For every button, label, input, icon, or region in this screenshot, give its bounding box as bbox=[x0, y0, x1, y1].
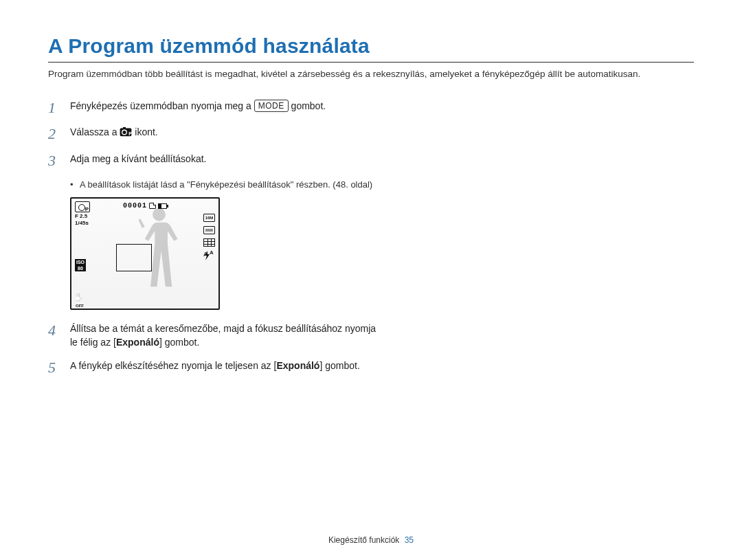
step-number: 4 bbox=[48, 322, 62, 339]
quality-icon bbox=[203, 226, 215, 234]
title-rule bbox=[48, 62, 694, 63]
step-2-post: ikont. bbox=[135, 126, 157, 137]
sd-card-icon bbox=[149, 203, 156, 209]
steps-column: 1 Fényképezés üzemmódban nyomja meg a MO… bbox=[48, 100, 385, 375]
step-text: Válassza a P ikont. bbox=[70, 126, 158, 139]
step-1: 1 Fényképezés üzemmódban nyomja meg a MO… bbox=[48, 100, 385, 116]
flash-auto-icon: A bbox=[203, 251, 215, 260]
step-3-subnote: A beállítások listáját lásd a "Fényképez… bbox=[70, 179, 385, 191]
svg-text:P: P bbox=[129, 131, 133, 136]
step-text: A fénykép elkészítéséhez nyomja le telje… bbox=[70, 359, 360, 373]
metering-icon bbox=[203, 238, 215, 247]
lcd-top-center: 00001 bbox=[123, 202, 167, 210]
step-5-post: ] gombot. bbox=[319, 360, 359, 371]
step-number: 5 bbox=[48, 359, 62, 376]
shutter-value: 1/45s bbox=[75, 221, 90, 226]
lcd-preview-wrap: F 2.5 1/45s 00001 ISO 80 OFF 16M bbox=[70, 197, 385, 310]
step-5-pre: A fénykép elkészítéséhez nyomja le telje… bbox=[70, 360, 276, 371]
page-title: A Program üzemmód használata bbox=[48, 34, 694, 58]
lcd-right-column: 16M A bbox=[203, 214, 215, 260]
step-number: 2 bbox=[48, 126, 62, 142]
mode-keycap: MODE bbox=[254, 100, 289, 112]
svg-rect-5 bbox=[205, 227, 213, 233]
lcd-top-left: F 2.5 1/45s bbox=[75, 201, 90, 226]
step-text: Fényképezés üzemmódban nyomja meg a MODE… bbox=[70, 100, 326, 113]
image-stab-icon: OFF bbox=[75, 295, 85, 304]
step-1-pre: Fényképezés üzemmódban nyomja meg a bbox=[70, 100, 254, 111]
program-mode-badge-icon bbox=[75, 201, 90, 212]
step-1-post: gombot. bbox=[289, 100, 326, 111]
svg-rect-4 bbox=[205, 227, 213, 233]
step-5-bold: Exponáló bbox=[276, 360, 319, 371]
step-4: 4 Állítsa be a témát a keresőmezőbe, maj… bbox=[48, 322, 385, 349]
stab-off-label: OFF bbox=[76, 304, 84, 308]
resolution-icon: 16M bbox=[203, 214, 215, 222]
step-number: 1 bbox=[48, 100, 62, 116]
step-4-bold: Exponáló bbox=[116, 337, 159, 348]
iso-label: ISO bbox=[75, 259, 86, 265]
iso-badge: ISO 80 bbox=[75, 259, 86, 271]
step-5: 5 A fénykép elkészítéséhez nyomja le tel… bbox=[48, 359, 385, 376]
step-2-pre: Válassza a bbox=[70, 126, 120, 137]
step-text: Adja meg a kívánt beállításokat. bbox=[70, 153, 206, 166]
step-text: Állítsa be a témát a keresőmezőbe, majd … bbox=[70, 322, 385, 349]
program-mode-icon: P bbox=[120, 127, 132, 137]
lcd-preview: F 2.5 1/45s 00001 ISO 80 OFF 16M bbox=[70, 197, 220, 310]
step-4-post: ] gombot. bbox=[159, 337, 199, 348]
step-3: 3 Adja meg a kívánt beállításokat. bbox=[48, 153, 385, 169]
step-2: 2 Válassza a P ikont. bbox=[48, 126, 385, 142]
hand-icon: OFF bbox=[75, 295, 85, 304]
intro-text: Program üzemmódban több beállítást is me… bbox=[48, 68, 694, 80]
page-footer: Kiegészítő funkciók 35 bbox=[0, 535, 742, 545]
battery-icon bbox=[158, 203, 167, 209]
aperture-value: F 2.5 bbox=[75, 214, 90, 219]
iso-value: 80 bbox=[75, 265, 86, 271]
step-number: 3 bbox=[48, 153, 62, 169]
shot-counter: 00001 bbox=[123, 202, 147, 210]
footer-section: Kiegészítő funkciók bbox=[328, 535, 399, 545]
footer-page-number: 35 bbox=[405, 535, 414, 545]
svg-rect-2 bbox=[123, 127, 126, 128]
focus-frame-icon bbox=[116, 244, 152, 271]
